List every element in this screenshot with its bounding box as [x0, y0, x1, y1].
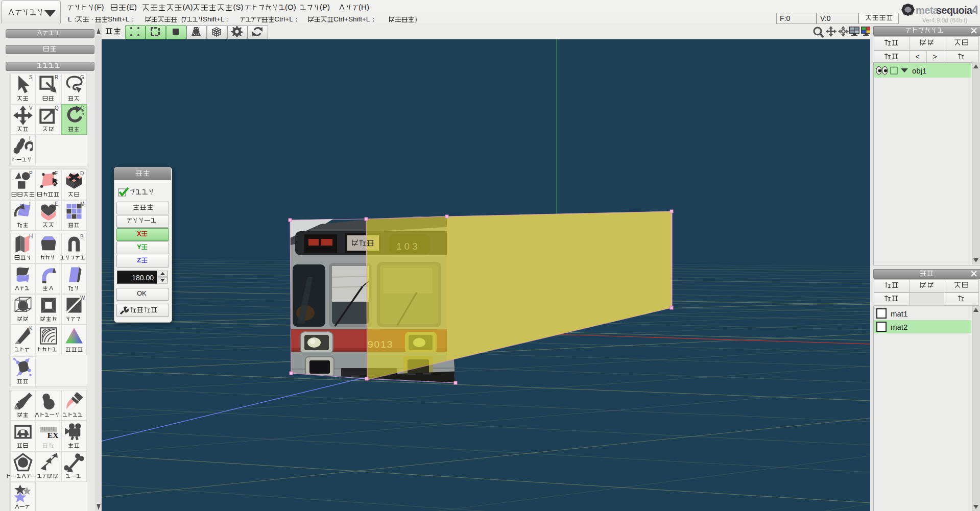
svg-text:）: ）: [414, 15, 421, 23]
svg-text:(F): (F): [94, 3, 104, 11]
svg-text:Z: Z: [137, 256, 141, 264]
svg-text:Ctrl+Shift+L：: Ctrl+Shift+L：: [333, 15, 377, 23]
svg-text:sequoia: sequoia: [936, 5, 973, 16]
svg-text:EX: EX: [47, 431, 58, 440]
svg-text:OK: OK: [137, 289, 147, 297]
svg-text:Shift+L：: Shift+L：: [203, 15, 231, 23]
svg-text:Shift+L：: Shift+L：: [108, 15, 136, 23]
svg-text:(O): (O): [285, 3, 296, 11]
svg-text:(A): (A): [183, 3, 193, 11]
svg-text:meta: meta: [916, 5, 939, 16]
svg-text:Ctrl+L：: Ctrl+L：: [274, 15, 300, 23]
svg-text:（: （: [177, 15, 184, 23]
svg-text:(H): (H): [358, 3, 369, 11]
svg-text:Y: Y: [137, 243, 141, 251]
svg-text:(E): (E): [127, 3, 137, 11]
svg-text:(P): (P): [320, 3, 330, 11]
svg-text:(S): (S): [233, 3, 244, 11]
svg-text:X: X: [137, 230, 141, 237]
svg-text:4: 4: [972, 3, 977, 17]
